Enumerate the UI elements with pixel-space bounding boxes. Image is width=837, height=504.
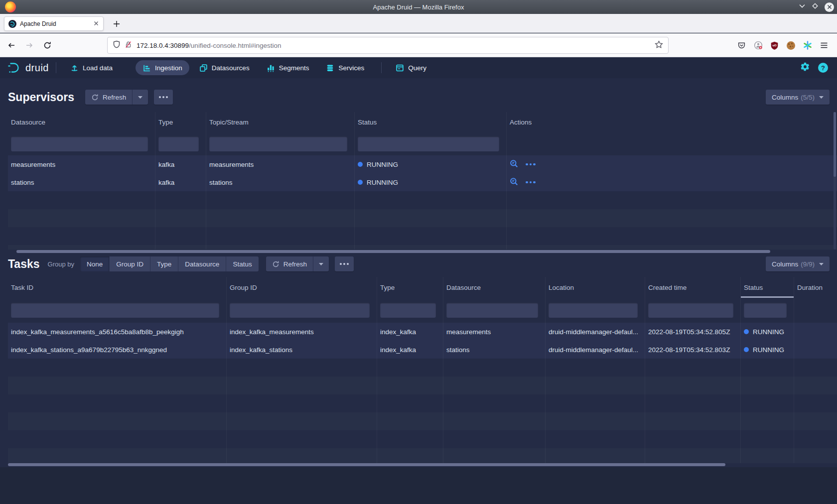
tasks-refresh-button[interactable]: Refresh: [266, 256, 313, 271]
supervisors-more-button[interactable]: [154, 90, 173, 105]
col-header-group-id[interactable]: Group ID: [227, 277, 377, 298]
filter-task-id-input[interactable]: [11, 303, 219, 318]
empty-row: [8, 394, 837, 412]
cell-actions: [507, 155, 837, 173]
col-header-task-id[interactable]: Task ID: [8, 277, 227, 298]
cell-status: RUNNING: [355, 155, 507, 173]
filter-topic-stream-input[interactable]: [209, 136, 347, 151]
supervisors-hscrollbar[interactable]: [16, 250, 770, 253]
filter-type-input[interactable]: [158, 136, 199, 151]
refresh-label: Refresh: [283, 260, 307, 268]
col-header-created-time[interactable]: Created time: [645, 277, 741, 298]
status-dot: [358, 180, 363, 185]
filter-status-input[interactable]: [358, 136, 499, 151]
nav-query[interactable]: Query: [389, 60, 433, 75]
nav-load-data[interactable]: Load data: [63, 60, 120, 75]
task-row[interactable]: index_kafka_stations_a9a679b22795b63_nnk…: [8, 341, 837, 359]
nav-query-label: Query: [408, 64, 426, 72]
filter-group-id-input[interactable]: [230, 303, 370, 318]
tasks-more-button[interactable]: [335, 256, 354, 271]
row-more-icon[interactable]: [526, 181, 536, 184]
col-header-type[interactable]: Type: [155, 112, 206, 132]
ublock-icon[interactable]: uO: [766, 37, 783, 54]
filter-type-input[interactable]: [380, 303, 436, 318]
nav-services-label: Services: [338, 64, 364, 72]
group-by-type-button[interactable]: Type: [150, 256, 178, 271]
chevron-down-icon: [819, 96, 824, 99]
close-icon[interactable]: [825, 2, 834, 12]
col-header-topic-stream[interactable]: Topic/Stream: [206, 112, 355, 132]
maximize-icon[interactable]: [812, 2, 819, 11]
filter-datasource-input[interactable]: [446, 303, 538, 318]
insecure-lock-icon[interactable]: [125, 41, 132, 50]
tracking-shield-icon[interactable]: [113, 40, 121, 50]
supervisors-refresh-button[interactable]: Refresh: [85, 90, 132, 105]
col-header-location[interactable]: Location: [546, 277, 645, 298]
magnify-actions-icon[interactable]: [510, 159, 519, 170]
url-bar[interactable]: 172.18.0.4:30899/unified-console.html#in…: [107, 37, 669, 54]
status-label: RUNNING: [753, 346, 784, 354]
reload-button[interactable]: [40, 38, 55, 53]
supervisor-row[interactable]: stations kafka stations RUNNING: [8, 173, 837, 191]
settings-gear-icon[interactable]: [800, 62, 810, 74]
group-by-none-button[interactable]: None: [80, 256, 110, 271]
nav-ingestion[interactable]: Ingestion: [136, 60, 189, 75]
cell-type: index_kafka: [377, 341, 443, 359]
bookmark-star-icon[interactable]: [655, 40, 663, 51]
filter-location-input[interactable]: [549, 303, 638, 318]
group-by-group-id-button[interactable]: Group ID: [110, 256, 150, 271]
col-header-datasource[interactable]: Datasource: [443, 277, 546, 298]
empty-row: [8, 430, 837, 448]
tasks-columns-button[interactable]: Columns (9/9): [766, 256, 830, 271]
supervisors-vscrollbar[interactable]: [834, 112, 836, 250]
task-row[interactable]: index_kafka_measurements_a5616c5ba8afb8b…: [8, 323, 837, 341]
minimize-icon[interactable]: [799, 2, 806, 11]
col-header-duration[interactable]: Duration: [794, 277, 837, 298]
filter-datasource-input[interactable]: [11, 136, 148, 151]
nav-services[interactable]: Services: [319, 60, 371, 75]
col-header-status[interactable]: Status: [355, 112, 507, 132]
cookie-extension-icon[interactable]: [783, 37, 799, 54]
help-icon[interactable]: ?: [818, 63, 828, 73]
forward-button[interactable]: [22, 38, 37, 53]
supervisors-table-header: Datasource Type Topic/Stream Status Acti…: [8, 112, 837, 132]
empty-row: [8, 191, 837, 209]
filter-created-time-input[interactable]: [648, 303, 733, 318]
menu-hamburger-icon[interactable]: [816, 37, 832, 54]
pocket-icon[interactable]: [733, 37, 750, 54]
supervisors-refresh-caret[interactable]: [132, 90, 148, 105]
back-button[interactable]: [4, 38, 19, 53]
empty-row: [8, 227, 837, 245]
col-header-type[interactable]: Type: [377, 277, 443, 298]
screen: Apache Druid — Mozilla Firefox Apache Dr…: [0, 0, 837, 504]
group-by-datasource-button[interactable]: Datasource: [178, 256, 226, 271]
tasks-refresh-caret[interactable]: [313, 256, 329, 271]
tasks-header: Tasks Group by None Group ID Type Dataso…: [8, 256, 354, 271]
col-header-datasource[interactable]: Datasource: [8, 112, 155, 132]
supervisor-row[interactable]: measurements kafka measurements RUNNING: [8, 155, 837, 173]
col-header-status[interactable]: Status: [741, 277, 794, 298]
empty-row: [8, 359, 837, 377]
nav-segments[interactable]: Segments: [260, 60, 316, 75]
tasks-hscrollbar[interactable]: [8, 463, 725, 466]
empty-row: [8, 245, 837, 250]
druid-logo[interactable]: druid: [7, 61, 49, 74]
filter-status-input[interactable]: [744, 303, 787, 318]
cell-topic-stream: measurements: [206, 155, 355, 173]
query-icon: [396, 64, 404, 72]
new-tab-button[interactable]: [111, 18, 123, 30]
group-by-status-button[interactable]: Status: [226, 256, 258, 271]
privacy-extension-icon[interactable]: [750, 37, 766, 54]
tab-apache-druid[interactable]: Apache Druid: [4, 16, 104, 31]
cell-datasource: measurements: [443, 323, 546, 341]
supervisors-columns-button[interactable]: Columns (5/5): [766, 90, 830, 105]
asterisk-extension-icon[interactable]: [799, 37, 816, 54]
nav-datasources[interactable]: Datasources: [192, 60, 257, 75]
magnify-actions-icon[interactable]: [510, 177, 519, 188]
cell-created-time: 2022-08-19T05:34:52.803Z: [645, 341, 741, 359]
refresh-label: Refresh: [103, 94, 126, 101]
row-more-icon[interactable]: [526, 163, 536, 166]
nav-load-data-label: Load data: [83, 64, 113, 72]
tab-close-icon[interactable]: [93, 19, 99, 28]
nav-separator: [56, 62, 56, 73]
